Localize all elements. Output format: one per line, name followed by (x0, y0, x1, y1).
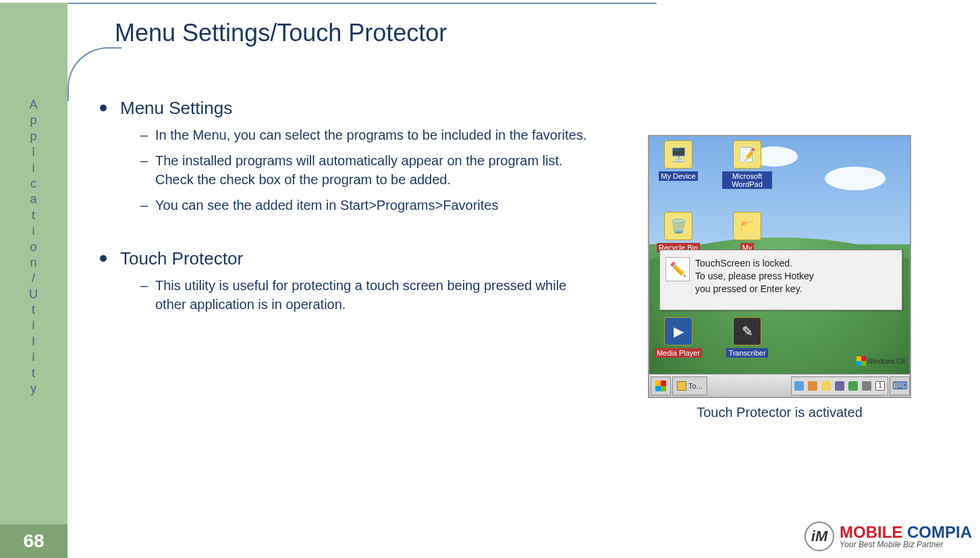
bullet-heading: Menu Settings (120, 98, 587, 119)
desktop-icon-wordpad[interactable]: 📝 Microsoft WordPad (722, 140, 772, 189)
popup-line: TouchScreen is locked. (695, 258, 792, 269)
tray-icon[interactable] (848, 381, 858, 391)
windows-ce-logo: Windows CE (856, 356, 906, 366)
screenshot-caption: Touch Protector is activated (648, 405, 911, 420)
content-body: Menu Settings In the Menu, you can selec… (88, 98, 587, 320)
popup-line: you pressed or Enter key. (695, 283, 802, 294)
taskbar: To... 1 ⌨ (649, 374, 910, 397)
icon-label: My Device (659, 171, 697, 181)
desktop-icon-transcriber[interactable]: ✎ Transcriber (722, 317, 772, 358)
taskbar-button[interactable]: To... (672, 376, 707, 395)
brand-tagline: Your Best Mobile Biz Partner (840, 540, 972, 549)
computer-icon: 🖥️ (664, 140, 692, 169)
system-tray: 1 (791, 376, 888, 395)
device-screenshot: 🖥️ My Device 📝 Microsoft WordPad 🗑️ Recy… (648, 135, 911, 398)
wordpad-icon: 📝 (733, 140, 761, 169)
media-player-icon: ▶ (664, 317, 692, 345)
tray-icon[interactable] (862, 381, 871, 391)
brand-name-a: MOBILE (840, 523, 907, 541)
tray-icon[interactable] (821, 381, 831, 391)
page-number: 68 (0, 524, 67, 558)
recycle-icon: 🗑️ (664, 212, 692, 240)
pen-lock-icon: ✏️ (665, 257, 690, 281)
icon-label: Microsoft WordPad (722, 171, 772, 189)
taskbar-button-label: To... (688, 382, 703, 390)
page-title: Menu Settings/Touch Protector (115, 19, 447, 47)
desktop-icon-recycle[interactable]: 🗑️ Recycle Bin (653, 212, 703, 252)
tray-icon[interactable] (808, 381, 817, 391)
sub-bullet: The installed programs will automaticall… (88, 151, 587, 189)
wallpaper-cloud (825, 167, 886, 190)
icon-label: Transcriber (726, 348, 767, 358)
sub-bullet: In the Menu, you can select the programs… (88, 125, 587, 144)
desktop-icon-media-player[interactable]: ▶ Media Player (653, 317, 703, 358)
tray-icon[interactable] (835, 381, 844, 391)
brand-badge-icon: iM (805, 522, 834, 551)
icon-label: Media Player (655, 348, 702, 358)
tray-num-icon[interactable]: 1 (875, 381, 885, 391)
brand-name-b: COMPIA (907, 523, 972, 541)
popup-text: TouchScreen is locked. To use, please pr… (695, 257, 814, 303)
transcriber-icon: ✎ (733, 317, 761, 345)
brand-text: MOBILE COMPIA Your Best Mobile Biz Partn… (840, 524, 972, 549)
sidebar-vertical-label: Application/Utility (0, 97, 67, 397)
bullet-heading: Touch Protector (120, 248, 587, 269)
desktop-icon-my-device[interactable]: 🖥️ My Device (653, 140, 703, 181)
sub-bullet: You can see the added item in Start>Prog… (88, 196, 587, 215)
desktop-icon-my[interactable]: 📁 My (722, 212, 772, 252)
folder-icon: 📁 (733, 212, 761, 240)
popup-line: To use, please press Hotkey (695, 271, 814, 281)
slide: Application/Utility 68 Menu Settings/Tou… (0, 0, 980, 558)
sub-bullet: This utility is useful for protecting a … (88, 276, 587, 314)
start-button[interactable] (651, 376, 671, 395)
pen-icon (677, 381, 686, 391)
header-corner (697, 3, 980, 50)
bullet-touch-protector: Touch Protector (88, 248, 587, 269)
sip-keyboard-button[interactable]: ⌨ (890, 376, 910, 395)
touchscreen-locked-popup: ✏️ TouchScreen is locked. To use, please… (659, 250, 902, 310)
tray-icon[interactable] (794, 381, 804, 391)
brand-logo: iM MOBILE COMPIA Your Best Mobile Biz Pa… (805, 522, 972, 551)
sidebar: Application/Utility 68 (0, 3, 67, 558)
bullet-menu-settings: Menu Settings (88, 98, 587, 119)
